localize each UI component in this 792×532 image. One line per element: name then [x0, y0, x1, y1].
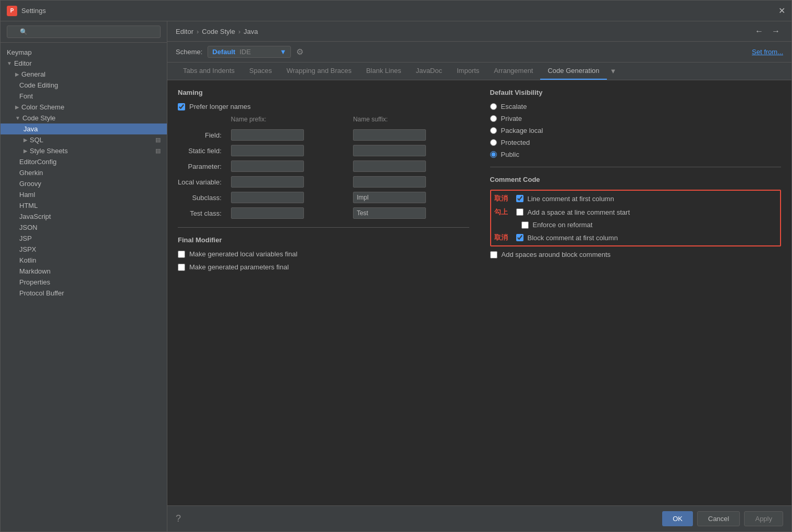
radio-private-label: Private [501, 115, 522, 122]
local-variable-prefix-input[interactable] [231, 176, 304, 188]
scheme-default-part: Default [212, 48, 235, 56]
breadcrumb-sep-2: › [238, 28, 240, 35]
radio-public-row: Public [490, 151, 782, 158]
title-bar: P Settings ✕ [1, 1, 791, 21]
static-field-suffix-input[interactable] [353, 145, 426, 156]
make-local-final-checkbox[interactable] [178, 251, 185, 258]
settings-window: P Settings ✕ Keymap ▼ Editor [0, 0, 792, 532]
chevron-right-icon: ▶ [23, 148, 28, 154]
close-button[interactable]: ✕ [778, 6, 785, 16]
annotation-gou-shang: 勾上 [494, 207, 508, 217]
radio-package-local[interactable] [490, 127, 497, 134]
forward-button[interactable]: → [769, 26, 783, 37]
scheme-left: Scheme: Default IDE ▼ ⚙ [176, 46, 303, 58]
tab-blank-lines[interactable]: Blank Lines [359, 63, 408, 80]
radio-protected[interactable] [490, 139, 497, 146]
ok-button[interactable]: OK [662, 511, 693, 526]
sidebar-item-javascript[interactable]: JavaScript [1, 211, 167, 222]
cancel-button[interactable]: Cancel [697, 511, 740, 526]
sidebar-item-jsp[interactable]: JSP [1, 233, 167, 244]
final-modifier-title: Final Modifier [178, 236, 469, 244]
sidebar-item-jspx[interactable]: JSPX [1, 244, 167, 255]
test-class-prefix-input[interactable] [231, 207, 304, 219]
make-params-final-label: Make generated parameters final [189, 263, 289, 271]
sidebar-item-code-style[interactable]: ▼ Code Style [1, 113, 167, 123]
line-comment-first-col-row: 取消 Line comment at first column [494, 194, 777, 203]
naming-fields-grid: Name prefix: Name suffix: Field: Static … [178, 116, 469, 219]
prefer-longer-names-checkbox[interactable] [178, 103, 185, 110]
visibility-radio-group: Escalate Private Package local [490, 103, 782, 158]
sidebar-tree: Keymap ▼ Editor ▶ General Code Editi [1, 43, 167, 531]
back-button[interactable]: ← [752, 26, 766, 37]
sidebar-item-general[interactable]: ▶ General [1, 69, 167, 80]
subclass-suffix-input[interactable] [353, 192, 426, 203]
tab-javadoc[interactable]: JavaDoc [408, 63, 449, 80]
field-prefix-input[interactable] [231, 129, 304, 141]
breadcrumb-bar: Editor › Code Style › Java ← → [167, 21, 791, 42]
sidebar-item-properties[interactable]: Properties [1, 277, 167, 288]
parameter-prefix-input[interactable] [231, 160, 304, 172]
radio-private[interactable] [490, 115, 497, 122]
apply-button[interactable]: Apply [744, 511, 783, 526]
test-class-suffix-input[interactable] [353, 207, 426, 219]
sidebar-item-json[interactable]: JSON [1, 222, 167, 233]
sidebar-item-protocol-buffer[interactable]: Protocol Buffer [1, 288, 167, 299]
sidebar-item-color-scheme[interactable]: ▶ Color Scheme [1, 102, 167, 113]
breadcrumb-code-style: Code Style [202, 28, 235, 35]
add-spaces-block-comments-label: Add spaces around block comments [502, 251, 611, 258]
sidebar-item-style-sheets[interactable]: ▶ Style Sheets ▤ [1, 145, 167, 156]
static-field-label: Static field: [178, 147, 225, 155]
chevron-down-icon: ▼ [7, 60, 12, 66]
tab-more-button[interactable]: ▼ [607, 63, 620, 79]
add-spaces-block-comments-checkbox[interactable] [490, 251, 497, 258]
sql-icon: ▤ [155, 137, 161, 143]
sidebar-item-code-editing[interactable]: Code Editing [1, 80, 167, 91]
gear-icon[interactable]: ⚙ [296, 47, 303, 57]
radio-public[interactable] [490, 151, 497, 158]
main-content: Keymap ▼ Editor ▶ General Code Editi [1, 21, 791, 531]
tab-arrangement[interactable]: Arrangement [486, 63, 540, 80]
sidebar-item-groovy[interactable]: Groovy [1, 178, 167, 189]
sidebar-item-kotlin[interactable]: Kotlin [1, 255, 167, 266]
field-suffix-input[interactable] [353, 129, 426, 141]
name-prefix-header: Name prefix: [231, 116, 347, 125]
line-comment-first-col-checkbox[interactable] [516, 195, 523, 202]
subclass-prefix-input[interactable] [231, 192, 304, 203]
enforce-reformat-checkbox[interactable] [521, 221, 529, 229]
sidebar-item-editorconfig[interactable]: EditorConfig [1, 156, 167, 167]
bottom-buttons: OK Cancel Apply [662, 511, 783, 526]
local-variable-label: Local variable: [178, 178, 225, 186]
scheme-dropdown[interactable]: Default IDE ▼ [208, 46, 291, 58]
help-icon[interactable]: ? [176, 513, 181, 524]
local-variable-suffix-input[interactable] [353, 176, 426, 188]
make-params-final-checkbox[interactable] [178, 264, 185, 271]
tab-imports[interactable]: Imports [449, 63, 486, 80]
breadcrumb-java: Java [243, 28, 258, 35]
chevron-right-icon: ▶ [23, 137, 28, 143]
radio-escalate[interactable] [490, 103, 497, 110]
sidebar-item-java[interactable]: Java [1, 123, 167, 134]
sidebar: Keymap ▼ Editor ▶ General Code Editi [1, 21, 167, 531]
search-input[interactable] [7, 26, 161, 38]
add-space-line-comment-checkbox[interactable] [516, 208, 523, 216]
block-comment-first-col-checkbox[interactable] [516, 234, 523, 241]
tab-tabs-and-indents[interactable]: Tabs and Indents [176, 63, 242, 80]
sidebar-item-html[interactable]: HTML [1, 200, 167, 211]
set-from-link[interactable]: Set from... [752, 48, 783, 56]
sidebar-item-editor[interactable]: ▼ Editor [1, 58, 167, 69]
sidebar-item-gherkin[interactable]: Gherkin [1, 167, 167, 178]
tab-spaces[interactable]: Spaces [242, 63, 279, 80]
nav-buttons: ← → [752, 26, 783, 37]
sidebar-search-container [1, 21, 167, 43]
tab-code-generation[interactable]: Code Generation [540, 63, 606, 80]
sidebar-item-font[interactable]: Font [1, 91, 167, 102]
parameter-suffix-input[interactable] [353, 160, 426, 172]
sidebar-item-keymap[interactable]: Keymap [1, 47, 167, 58]
chevron-down-icon: ▼ [15, 115, 20, 121]
sidebar-item-markdown[interactable]: Markdown [1, 266, 167, 277]
tab-wrapping-and-braces[interactable]: Wrapping and Braces [279, 63, 359, 80]
sidebar-item-sql[interactable]: ▶ SQL ▤ [1, 134, 167, 145]
static-field-prefix-input[interactable] [231, 145, 304, 156]
sidebar-item-haml[interactable]: Haml [1, 189, 167, 200]
name-suffix-header: Name suffix: [353, 116, 469, 125]
